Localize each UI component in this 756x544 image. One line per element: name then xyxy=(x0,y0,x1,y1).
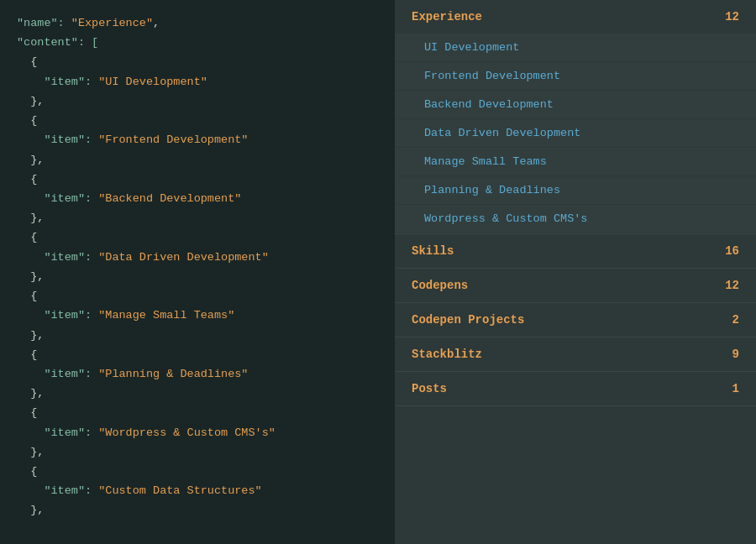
tree-item[interactable]: UI Development xyxy=(395,34,756,62)
section-count: 12 xyxy=(725,10,739,24)
section-name: Posts xyxy=(412,382,447,395)
tree-section-header[interactable]: Codepens12 xyxy=(395,269,756,302)
code-line: "item": "Manage Small Teams" xyxy=(17,306,378,325)
tree-section: Posts1 xyxy=(395,372,756,406)
tree-section: Stackblitz9 xyxy=(395,337,756,372)
tree-item-label: Manage Small Teams xyxy=(424,155,547,168)
tree-section: Experience12UI DevelopmentFrontend Devel… xyxy=(395,0,756,234)
tree-section-header[interactable]: Codepen Projects2 xyxy=(395,303,756,337)
code-line: "name": "Experience", xyxy=(17,13,378,33)
code-line: "item": "Custom Data Structures" xyxy=(17,481,378,500)
section-count: 16 xyxy=(725,244,739,258)
code-line: }, xyxy=(17,326,378,345)
section-name: Skills xyxy=(412,244,454,258)
section-count: 1 xyxy=(732,382,739,395)
code-line: }, xyxy=(17,208,378,228)
tree-item-label: Backend Development xyxy=(424,98,554,111)
code-editor: "name": "Experience","content": [ { "ite… xyxy=(0,0,395,544)
code-line: { xyxy=(17,403,378,422)
tree-item-label: Wordpress & Custom CMS's xyxy=(424,212,587,225)
code-line: { xyxy=(17,228,378,247)
tree-section: Codepens12 xyxy=(395,269,756,303)
code-line: "item": "Data Driven Development" xyxy=(17,248,378,267)
tree-item-label: Planning & Deadlines xyxy=(424,184,560,196)
tree-item[interactable]: Backend Development xyxy=(395,91,756,119)
code-line: "item": "UI Development" xyxy=(17,72,378,92)
code-line: { xyxy=(17,286,378,306)
section-count: 2 xyxy=(732,313,739,327)
code-line: }, xyxy=(17,500,378,520)
code-line: { xyxy=(17,52,378,71)
code-line: }, xyxy=(17,442,378,462)
code-line: { xyxy=(17,345,378,364)
tree-item[interactable]: Frontend Development xyxy=(395,62,756,91)
code-line: "item": "Backend Development" xyxy=(17,189,378,208)
tree-section-header[interactable]: Stackblitz9 xyxy=(395,337,756,371)
section-count: 9 xyxy=(732,348,739,361)
tree-item-label: Frontend Development xyxy=(424,70,560,82)
section-name: Codepen Projects xyxy=(412,313,524,327)
section-name: Codepens xyxy=(412,279,468,292)
code-line: }, xyxy=(17,384,378,403)
tree-item[interactable]: Planning & Deadlines xyxy=(395,176,756,205)
code-line: { xyxy=(17,170,378,189)
section-name: Experience xyxy=(412,10,482,24)
code-line: "item": "Frontend Development" xyxy=(17,130,378,149)
tree-item[interactable]: Wordpress & Custom CMS's xyxy=(395,205,756,233)
tree-panel: Experience12UI DevelopmentFrontend Devel… xyxy=(395,0,756,544)
tree-section-header[interactable]: Posts1 xyxy=(395,372,756,405)
section-name: Stackblitz xyxy=(412,348,482,361)
tree-item-label: UI Development xyxy=(424,41,519,54)
tree-section: Skills16 xyxy=(395,234,756,269)
tree-section-header[interactable]: Skills16 xyxy=(395,234,756,268)
tree-item-label: Data Driven Development xyxy=(424,127,580,139)
code-line: { xyxy=(17,462,378,481)
tree-item[interactable]: Manage Small Teams xyxy=(395,148,756,176)
code-line: { xyxy=(17,111,378,130)
tree-section: Codepen Projects2 xyxy=(395,303,756,337)
tree-item[interactable]: Data Driven Development xyxy=(395,119,756,148)
code-line: "content": [ xyxy=(17,33,378,52)
section-count: 12 xyxy=(725,279,739,292)
code-line: "item": "Wordpress & Custom CMS's" xyxy=(17,423,378,442)
code-line: }, xyxy=(17,92,378,111)
code-line: "item": "Planning & Deadlines" xyxy=(17,364,378,384)
code-line: }, xyxy=(17,267,378,286)
tree-section-header[interactable]: Experience12 xyxy=(395,0,756,34)
code-line: }, xyxy=(17,150,378,170)
